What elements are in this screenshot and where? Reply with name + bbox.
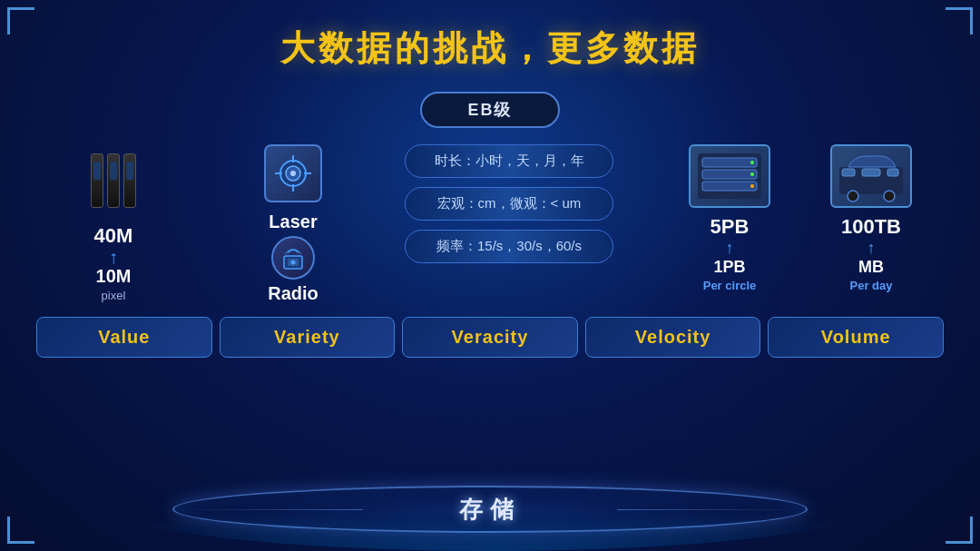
vol2-sub: Per day: [850, 279, 893, 292]
storage-label: 存储: [459, 494, 521, 526]
vol2-arrow: ↑: [867, 239, 876, 258]
pixel-arrow: ↑: [109, 248, 118, 266]
pixel-unit-label: pixel: [102, 289, 126, 302]
v-labels-row: Value Variety Veracity Velocity Volume: [0, 304, 980, 358]
laser-icon: [264, 144, 322, 202]
svg-rect-18: [842, 169, 855, 176]
vol1-top: 5PB: [710, 215, 750, 239]
camera-strip-2: [107, 153, 120, 208]
eb-badge-wrapper: EB级: [0, 92, 980, 128]
radio-svg: [279, 243, 308, 272]
corner-decoration-br: [946, 517, 973, 544]
camera-strip-3: [123, 153, 136, 208]
laser-label: Laser: [269, 212, 317, 232]
corner-decoration-tl: [7, 7, 34, 34]
svg-point-21: [848, 191, 858, 202]
svg-point-15: [750, 172, 754, 176]
pixel-info: 40M ↑ 10M pixel: [94, 224, 133, 302]
vol1-sub: Per circle: [703, 279, 757, 292]
volume-section: 5PB ↑ 1PB Per circle 1: [666, 144, 935, 292]
volume-col-2: 100TB ↑ MB Per day: [808, 144, 935, 292]
v-label-veracity-text: Veracity: [452, 327, 529, 347]
slide-title: 大数据的挑战，更多数据: [0, 0, 980, 72]
camera-strip-1: [91, 153, 103, 208]
vol1-bottom: 1PB: [713, 258, 745, 277]
svg-point-14: [750, 161, 754, 164]
laser-svg: [271, 152, 315, 195]
v-label-value-text: Value: [98, 327, 150, 347]
corner-decoration-bl: [7, 517, 34, 544]
eb-badge: EB级: [420, 92, 559, 128]
v-label-variety-text: Variety: [274, 327, 340, 347]
spec-scale: 宏观：cm，微观：< um: [405, 187, 613, 221]
svg-rect-20: [887, 169, 898, 176]
camera-section: 40M ↑ 10M pixel: [45, 144, 181, 302]
v-label-variety: Variety: [220, 317, 396, 358]
vol2-top: 100TB: [841, 215, 901, 239]
v-label-value: Value: [36, 317, 212, 358]
pixel-high-label: 40M: [94, 224, 133, 248]
v-label-volume: Volume: [768, 317, 944, 358]
laser-text: Laser: [269, 212, 317, 232]
pixel-low-label: 10M: [96, 266, 132, 287]
radio-icon: [271, 236, 315, 280]
svg-rect-13: [702, 182, 757, 191]
volume-col-1: 5PB ↑ 1PB Per circle: [666, 144, 793, 292]
svg-point-9: [291, 261, 296, 265]
svg-point-2: [290, 171, 296, 176]
volume-img-1: [689, 144, 770, 208]
server-svg: [693, 149, 766, 203]
main-content: 40M ↑ 10M pixel Laser: [0, 128, 980, 304]
slide: 大数据的挑战，更多数据 EB级 40M ↑ 10M pixel: [0, 0, 980, 551]
vol2-bottom: MB: [858, 258, 884, 277]
svg-rect-19: [862, 169, 880, 176]
corner-decoration-tr: [946, 7, 973, 34]
spec-freq: 频率：15/s，30/s，60/s: [405, 230, 613, 263]
volume-img-2: [830, 144, 912, 208]
radio-label: Radio: [268, 283, 318, 304]
specs-section: 时长：小时，天，月，年 宏观：cm，微观：< um 频率：15/s，30/s，6…: [405, 144, 613, 263]
v-label-volume-text: Volume: [821, 327, 891, 347]
storage-oval: 存储: [172, 486, 808, 533]
storage-bar: 存储: [172, 486, 808, 533]
spec-time: 时长：小时，天，月，年: [405, 144, 613, 178]
v-label-velocity-text: Velocity: [635, 327, 711, 347]
svg-point-22: [884, 191, 895, 202]
svg-rect-12: [702, 170, 757, 179]
v-label-velocity: Velocity: [585, 317, 761, 358]
car-svg: [835, 149, 907, 203]
camera-icon: [82, 144, 145, 217]
laser-section: Laser Radio: [234, 144, 352, 304]
svg-point-16: [750, 184, 754, 188]
v-label-veracity: Veracity: [402, 317, 578, 358]
vol1-arrow: ↑: [726, 239, 734, 258]
svg-rect-11: [702, 158, 757, 167]
